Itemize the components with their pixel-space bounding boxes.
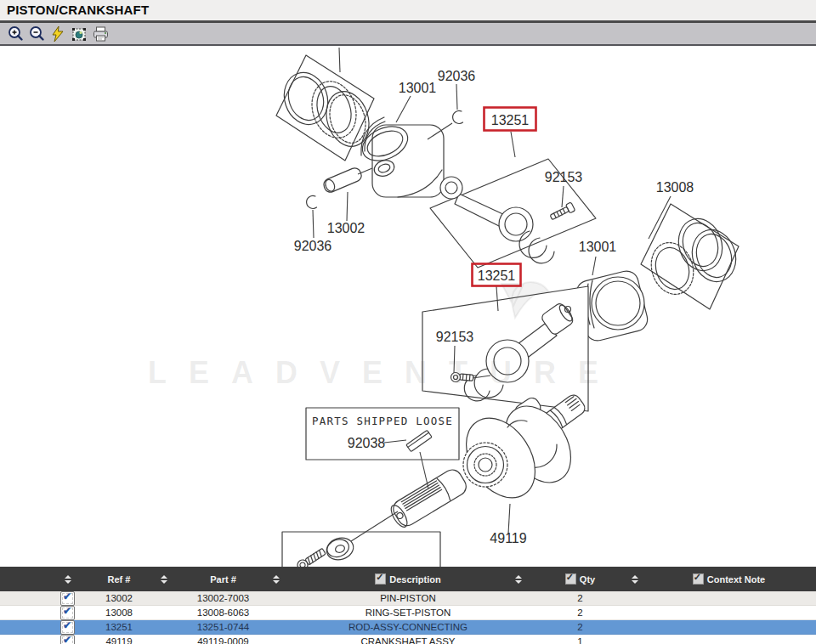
print-icon bbox=[92, 25, 109, 42]
parts-table-header: Ref # Part # Description Qty Context Not… bbox=[0, 567, 816, 591]
part-cell: 13002-7003 bbox=[174, 591, 272, 606]
label-49119[interactable]: 49119 bbox=[490, 531, 526, 545]
parts-table: Ref # Part # Description Qty Context Not… bbox=[0, 567, 816, 644]
column-header-qty[interactable]: Qty bbox=[552, 567, 608, 591]
piston-upper bbox=[357, 117, 444, 197]
context-note-column-checkbox[interactable] bbox=[693, 573, 704, 585]
qty-cell: 2 bbox=[552, 591, 608, 606]
zoom-in-icon bbox=[7, 25, 24, 42]
sort-icon[interactable] bbox=[271, 567, 281, 591]
table-row[interactable]: 49119 49119-0009 CRANKSHAFT ASSY 1 bbox=[0, 635, 816, 644]
highlight-13251-upper[interactable]: 13251 bbox=[484, 108, 536, 131]
row-edit-checkbox-icon[interactable] bbox=[60, 635, 75, 644]
label-13008[interactable]: 13008 bbox=[656, 180, 694, 195]
titlebar: PISTON/CRANKSHAFT bbox=[0, 0, 816, 23]
label-13251-lower[interactable]: 13251 bbox=[478, 268, 516, 283]
description-cell: CRANKSHAFT ASSY bbox=[302, 635, 514, 644]
description-cell: ROD-ASSY-CONNECTING bbox=[302, 620, 514, 635]
column-header-part[interactable]: Part # bbox=[174, 567, 272, 591]
pan-select-button[interactable] bbox=[69, 25, 89, 43]
context-note-cell bbox=[642, 620, 816, 635]
page-title: PISTON/CRANKSHAFT bbox=[7, 3, 149, 17]
piston-pin bbox=[322, 167, 364, 195]
ref-cell: 13251 bbox=[81, 620, 157, 635]
ref-cell: 13002 bbox=[81, 591, 157, 606]
description-column-checkbox[interactable] bbox=[375, 573, 386, 585]
zoom-out-icon bbox=[28, 25, 45, 42]
zoom-out-button[interactable] bbox=[26, 25, 47, 43]
row-edit-checkbox-icon[interactable] bbox=[60, 591, 75, 606]
column-header-ref[interactable]: Ref # bbox=[81, 567, 157, 591]
table-row[interactable]: 13002 13002-7003 PIN-PISTON 2 bbox=[0, 591, 816, 606]
part-cell: 13008-6063 bbox=[174, 606, 272, 620]
sort-icon[interactable] bbox=[513, 567, 524, 591]
ref-cell: 49119 bbox=[81, 635, 157, 644]
label-13001-right[interactable]: 13001 bbox=[579, 240, 617, 254]
parts-catalog-window: PISTON/CRANKSHAFT bbox=[0, 0, 816, 644]
zoom-in-button[interactable] bbox=[5, 25, 26, 43]
pan-select-icon bbox=[71, 25, 88, 42]
diagram-area: LEADVENTURE 13251 13251 13001 92036 9215… bbox=[0, 48, 816, 567]
toolbar bbox=[0, 23, 816, 46]
qty-cell: 1 bbox=[552, 635, 608, 644]
bottom-parts-box bbox=[282, 532, 440, 567]
label-92038[interactable]: 92038 bbox=[348, 436, 386, 450]
label-13002[interactable]: 13002 bbox=[327, 221, 366, 235]
print-button[interactable] bbox=[90, 25, 110, 43]
description-cell: RING-SET-PISTON bbox=[302, 606, 514, 620]
circlip-upper bbox=[453, 110, 463, 123]
column-header-context-note[interactable]: Context Note bbox=[642, 567, 816, 591]
piston-rings-box-upper bbox=[276, 55, 376, 161]
ring-set-box-right bbox=[641, 204, 742, 309]
sort-icon[interactable] bbox=[630, 567, 640, 591]
qty-cell: 2 bbox=[552, 620, 608, 635]
table-row-selected[interactable]: 13251 13251-0744 ROD-ASSY-CONNECTING 2 bbox=[0, 620, 816, 635]
watermark-text: LEADVENTURE bbox=[148, 355, 620, 390]
label-92036-upper[interactable]: 92036 bbox=[438, 69, 476, 83]
context-note-cell bbox=[642, 591, 816, 606]
part-cell: 49119-0009 bbox=[174, 635, 272, 644]
connecting-rod-box-lower bbox=[422, 286, 588, 411]
row-edit-checkbox-icon[interactable] bbox=[60, 606, 75, 620]
flash-button[interactable] bbox=[48, 25, 68, 43]
shipped-loose-caption: PARTS SHIPPED LOOSE bbox=[312, 415, 453, 427]
circlip-lower bbox=[307, 195, 317, 208]
label-13251-upper[interactable]: 13251 bbox=[491, 113, 530, 127]
qty-cell: 2 bbox=[552, 606, 608, 620]
description-cell: PIN-PISTON bbox=[302, 591, 514, 606]
flash-icon bbox=[49, 25, 66, 42]
row-edit-checkbox-icon[interactable] bbox=[60, 620, 75, 635]
label-92036-lower[interactable]: 92036 bbox=[294, 239, 332, 253]
parts-diagram: LEADVENTURE 13251 13251 13001 92036 9215… bbox=[0, 48, 816, 567]
sort-icon[interactable] bbox=[159, 567, 169, 591]
label-92153-lower[interactable]: 92153 bbox=[436, 330, 474, 344]
qty-column-checkbox[interactable] bbox=[565, 573, 576, 585]
context-note-cell bbox=[642, 606, 816, 620]
ref-cell: 13008 bbox=[81, 606, 157, 620]
table-row[interactable]: 13008 13008-6063 RING-SET-PISTON 2 bbox=[0, 606, 816, 620]
context-note-cell bbox=[642, 635, 816, 644]
part-cell: 13251-0744 bbox=[174, 620, 272, 635]
sort-icon[interactable] bbox=[63, 567, 73, 591]
column-header-description[interactable]: Description bbox=[302, 567, 514, 591]
label-92153-upper[interactable]: 92153 bbox=[545, 170, 583, 184]
label-13001-upper[interactable]: 13001 bbox=[399, 81, 437, 95]
